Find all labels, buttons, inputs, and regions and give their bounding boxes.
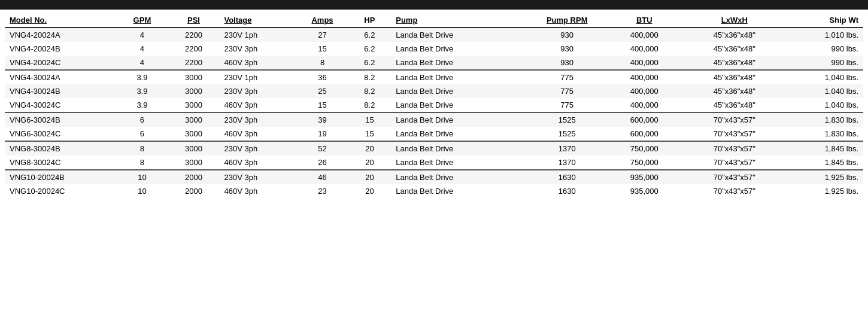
col-header-btu: BTU	[606, 12, 683, 28]
table-wrapper: Model No.GPMPSIVoltageAmpsHPPumpPump RPM…	[0, 10, 868, 200]
cell-gpm: 6	[116, 112, 168, 127]
table-header-row: Model No.GPMPSIVoltageAmpsHPPumpPump RPM…	[5, 12, 863, 28]
table-row: VNG4-20024A42200230V 1ph276.2Landa Belt …	[5, 28, 863, 42]
col-header-hp: HP	[348, 12, 391, 28]
cell-lwh: 70"x43"x57"	[683, 112, 786, 127]
cell-psi: 2000	[168, 170, 219, 184]
table-row: VNG4-30024A3.93000230V 1ph368.2Landa Bel…	[5, 70, 863, 84]
cell-lwh: 70"x43"x57"	[683, 184, 786, 198]
cell-amps: 52	[297, 141, 348, 156]
cell-lwh: 70"x43"x57"	[683, 127, 786, 141]
cell-amps: 46	[297, 170, 348, 184]
cell-voltage: 460V 3ph	[219, 56, 296, 70]
cell-model: VNG4-30024A	[5, 70, 116, 84]
cell-hp: 20	[348, 141, 391, 156]
cell-model: VNG4-20024A	[5, 28, 116, 42]
cell-psi: 2200	[168, 56, 219, 70]
cell-pump: Landa Belt Drive	[391, 28, 528, 42]
cell-btu: 600,000	[606, 112, 683, 127]
cell-lwh: 70"x43"x57"	[683, 141, 786, 156]
cell-ship_wt: 1,845 lbs.	[786, 141, 863, 156]
cell-btu: 400,000	[606, 56, 683, 70]
cell-gpm: 10	[116, 170, 168, 184]
cell-hp: 8.2	[348, 70, 391, 84]
cell-hp: 8.2	[348, 84, 391, 98]
col-header-pump_rpm: Pump RPM	[529, 12, 606, 28]
cell-ship_wt: 1,010 lbs.	[786, 28, 863, 42]
cell-gpm: 3.9	[116, 84, 168, 98]
cell-pump_rpm: 1630	[529, 184, 606, 198]
cell-psi: 3000	[168, 112, 219, 127]
page-wrapper: Model No.GPMPSIVoltageAmpsHPPumpPump RPM…	[0, 0, 868, 200]
cell-pump_rpm: 775	[529, 70, 606, 84]
cell-ship_wt: 990 lbs.	[786, 56, 863, 70]
cell-pump_rpm: 930	[529, 28, 606, 42]
col-header-lwh: LxWxH	[683, 12, 786, 28]
cell-pump: Landa Belt Drive	[391, 98, 528, 112]
cell-model: VNG4-20024B	[5, 42, 116, 56]
cell-pump: Landa Belt Drive	[391, 56, 528, 70]
cell-hp: 6.2	[348, 42, 391, 56]
cell-psi: 2200	[168, 42, 219, 56]
cell-amps: 36	[297, 70, 348, 84]
cell-voltage: 460V 3ph	[219, 184, 296, 198]
cell-hp: 6.2	[348, 28, 391, 42]
table-row: VNG4-20024C42200460V 3ph86.2Landa Belt D…	[5, 56, 863, 70]
cell-voltage: 460V 3ph	[219, 156, 296, 170]
cell-pump_rpm: 930	[529, 56, 606, 70]
cell-ship_wt: 1,925 lbs.	[786, 184, 863, 198]
cell-btu: 400,000	[606, 98, 683, 112]
cell-amps: 26	[297, 156, 348, 170]
cell-btu: 400,000	[606, 70, 683, 84]
cell-hp: 8.2	[348, 98, 391, 112]
cell-lwh: 70"x43"x57"	[683, 170, 786, 184]
cell-hp: 15	[348, 127, 391, 141]
cell-ship_wt: 1,845 lbs.	[786, 156, 863, 170]
cell-ship_wt: 1,040 lbs.	[786, 84, 863, 98]
cell-pump_rpm: 1525	[529, 112, 606, 127]
cell-ship_wt: 1,830 lbs.	[786, 112, 863, 127]
cell-lwh: 45"x36"x48"	[683, 70, 786, 84]
cell-pump_rpm: 775	[529, 84, 606, 98]
cell-model: VNG10-20024C	[5, 184, 116, 198]
cell-ship_wt: 1,925 lbs.	[786, 170, 863, 184]
cell-btu: 400,000	[606, 28, 683, 42]
cell-hp: 20	[348, 156, 391, 170]
cell-pump_rpm: 1525	[529, 127, 606, 141]
cell-btu: 750,000	[606, 141, 683, 156]
cell-ship_wt: 1,830 lbs.	[786, 127, 863, 141]
cell-gpm: 10	[116, 184, 168, 198]
cell-psi: 3000	[168, 70, 219, 84]
cell-pump: Landa Belt Drive	[391, 184, 528, 198]
cell-gpm: 3.9	[116, 98, 168, 112]
col-header-pump: Pump	[391, 12, 528, 28]
table-row: VNG10-20024B102000230V 3ph4620Landa Belt…	[5, 170, 863, 184]
cell-gpm: 4	[116, 56, 168, 70]
cell-voltage: 230V 3ph	[219, 42, 296, 56]
cell-btu: 750,000	[606, 156, 683, 170]
cell-psi: 3000	[168, 98, 219, 112]
cell-hp: 20	[348, 170, 391, 184]
cell-amps: 19	[297, 127, 348, 141]
specs-table: Model No.GPMPSIVoltageAmpsHPPumpPump RPM…	[5, 12, 863, 198]
cell-model: VNG4-30024B	[5, 84, 116, 98]
cell-model: VNG8-30024C	[5, 156, 116, 170]
table-row: VNG6-30024B63000230V 3ph3915Landa Belt D…	[5, 112, 863, 127]
cell-pump_rpm: 1630	[529, 170, 606, 184]
cell-gpm: 8	[116, 156, 168, 170]
cell-pump_rpm: 1370	[529, 156, 606, 170]
cell-lwh: 45"x36"x48"	[683, 42, 786, 56]
cell-pump: Landa Belt Drive	[391, 42, 528, 56]
cell-pump: Landa Belt Drive	[391, 141, 528, 156]
cell-voltage: 230V 3ph	[219, 84, 296, 98]
cell-gpm: 6	[116, 127, 168, 141]
table-row: VNG10-20024C102000460V 3ph2320Landa Belt…	[5, 184, 863, 198]
cell-amps: 15	[297, 98, 348, 112]
cell-voltage: 230V 1ph	[219, 28, 296, 42]
cell-pump: Landa Belt Drive	[391, 156, 528, 170]
cell-psi: 2200	[168, 28, 219, 42]
cell-model: VNG6-30024C	[5, 127, 116, 141]
col-header-voltage: Voltage	[219, 12, 296, 28]
cell-pump: Landa Belt Drive	[391, 112, 528, 127]
cell-model: VNG4-30024C	[5, 98, 116, 112]
